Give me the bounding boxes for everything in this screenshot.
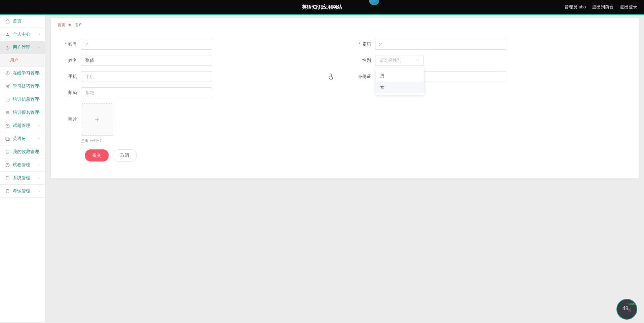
sidebar-label: 在线学习管理 (13, 70, 39, 76)
help-icon (5, 71, 10, 76)
photo-label: 照片 (57, 103, 81, 122)
header: 英语知识应用网站 管理员 abo 退出到前台 退出登录 (0, 0, 644, 15)
box-icon (5, 97, 10, 102)
send-icon (5, 84, 10, 89)
sidebar-subitem-user[interactable]: 用户 (0, 54, 45, 67)
book-icon (5, 150, 10, 154)
sidebar: 首页 个人中心 用户管理 用户 在线学习管理 (0, 15, 45, 322)
network-speed-widget[interactable]: ↑ 0K/s 49K (616, 299, 637, 320)
sidebar-item-user-mgmt[interactable]: 用户管理 (0, 41, 45, 54)
main-container: 首页 个人中心 用户管理 用户 在线学习管理 (0, 15, 644, 322)
password-label: * 密码 (352, 41, 375, 47)
sidebar-label: 用户管理 (13, 44, 30, 50)
doc-icon (5, 176, 10, 180)
email-label: 邮箱 (57, 90, 81, 96)
sidebar-item-system[interactable]: 系统管理 (0, 172, 45, 185)
email-input[interactable] (81, 87, 212, 98)
plus-icon: ＋ (93, 114, 101, 125)
list-icon (5, 110, 10, 115)
admin-label[interactable]: 管理员 abo (564, 4, 586, 10)
sidebar-item-papers[interactable]: 试卷管理 (0, 158, 45, 172)
form-actions: 提交 取消 (57, 149, 338, 162)
chevron-down-icon (38, 110, 41, 115)
required-mark: * (65, 42, 66, 47)
chevron-up-icon (38, 45, 41, 50)
cancel-button[interactable]: 取消 (113, 149, 137, 162)
form-col-left: * 账号 姓名 手机 邮箱 (51, 39, 345, 162)
home-icon (5, 19, 10, 24)
breadcrumb-current: 用户 (74, 22, 82, 27)
account-input[interactable] (81, 39, 212, 50)
cursor-pointer-icon (328, 74, 334, 81)
password-input[interactable] (375, 39, 506, 50)
gender-option-female[interactable]: 女 (375, 82, 424, 93)
upload-wrapper: ＋ 点击上传照片 (81, 103, 113, 143)
account-label: * 账号 (57, 41, 81, 47)
clock-icon (5, 124, 10, 128)
clock-icon (5, 163, 10, 167)
sidebar-item-training-info[interactable]: 培训信息管理 (0, 93, 45, 106)
sidebar-item-home[interactable]: 首页 (0, 15, 45, 28)
exit-to-front-link[interactable]: 退出到前台 (592, 4, 614, 10)
chevron-down-icon (38, 97, 41, 102)
gender-dropdown: 男 女 (375, 68, 424, 95)
sidebar-label: 英语角 (13, 136, 26, 142)
sidebar-item-favorites[interactable]: 我的收藏管理 (0, 145, 45, 158)
sidebar-label: 学习技巧管理 (13, 83, 39, 89)
field-phone: 手机 (57, 71, 338, 82)
header-logo-circle (369, 0, 379, 5)
sidebar-label: 试卷管理 (13, 162, 30, 168)
required-mark: * (359, 42, 360, 47)
sidebar-item-online-study[interactable]: 在线学习管理 (0, 67, 45, 80)
field-name: 姓名 (57, 55, 338, 66)
sidebar-label: 培训报名管理 (13, 109, 39, 116)
logout-link[interactable]: 退出登录 (620, 4, 637, 10)
star-icon: ★ (68, 22, 72, 27)
app-title: 英语知识应用网站 (302, 4, 342, 10)
chevron-down-icon (38, 163, 41, 168)
phone-label: 手机 (57, 74, 81, 80)
clipboard-icon (5, 189, 10, 193)
content-panel: 首页 ★ 用户 * 账号 姓名 (51, 18, 639, 178)
chevron-up-icon (415, 58, 419, 63)
power-icon (5, 45, 10, 50)
main-area: 首页 ★ 用户 * 账号 姓名 (45, 15, 644, 322)
gender-select[interactable]: 请选择性别 男 女 (375, 55, 424, 66)
sidebar-item-study-tips[interactable]: 学习技巧管理 (0, 80, 45, 93)
chevron-down-icon (38, 32, 41, 37)
sidebar-label: 培训信息管理 (13, 96, 39, 102)
briefcase-icon (5, 137, 10, 141)
submit-button[interactable]: 提交 (85, 149, 109, 162)
sidebar-item-questions[interactable]: 试题管理 (0, 119, 45, 132)
chevron-down-icon (38, 189, 41, 194)
field-account: * 账号 (57, 39, 338, 50)
form-col-right: * 密码 性别 请选择性别 男 (345, 39, 639, 162)
chevron-down-icon (38, 176, 41, 181)
chevron-down-icon (38, 71, 41, 76)
sidebar-label: 试题管理 (13, 123, 30, 129)
sidebar-item-personal[interactable]: 个人中心 (0, 28, 45, 41)
field-photo: 照片 ＋ 点击上传照片 (57, 103, 338, 143)
user-icon (5, 32, 10, 37)
sidebar-item-exam[interactable]: 考试管理 (0, 185, 45, 198)
sidebar-item-training-enroll[interactable]: 培训报名管理 (0, 106, 45, 119)
idcard-label: 身份证 (352, 74, 375, 80)
sidebar-label: 首页 (13, 18, 22, 24)
name-input[interactable] (81, 55, 212, 66)
photo-upload[interactable]: ＋ (81, 103, 113, 136)
breadcrumb: 首页 ★ 用户 (51, 18, 639, 32)
chevron-down-icon (38, 123, 41, 128)
field-email: 邮箱 (57, 87, 338, 98)
sidebar-label: 个人中心 (13, 31, 30, 37)
gender-option-male[interactable]: 男 (375, 70, 424, 82)
sidebar-label: 考试管理 (13, 188, 30, 194)
phone-input[interactable] (81, 71, 212, 82)
sidebar-item-english-corner[interactable]: 英语角 (0, 132, 45, 145)
field-gender: 性别 请选择性别 男 女 (352, 55, 632, 66)
gender-label: 性别 (352, 57, 375, 63)
breadcrumb-home[interactable]: 首页 (57, 22, 66, 27)
sidebar-label: 系统管理 (13, 175, 30, 181)
svg-rect-9 (6, 138, 9, 140)
chevron-down-icon (38, 149, 41, 154)
user-form: * 账号 姓名 手机 邮箱 (51, 32, 639, 168)
